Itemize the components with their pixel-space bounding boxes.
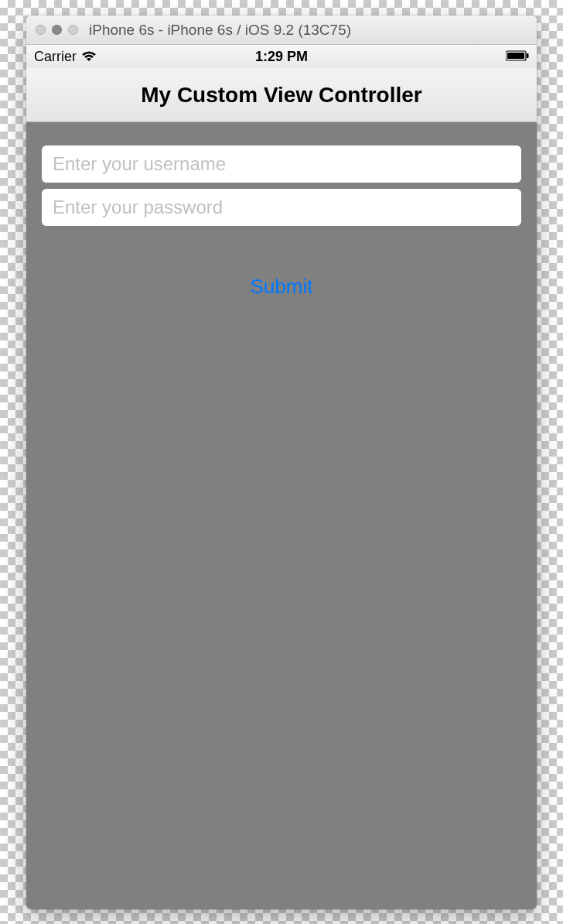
content-area: Submit	[26, 122, 537, 909]
status-right	[506, 49, 529, 65]
wifi-icon	[81, 51, 97, 62]
navigation-bar: My Custom View Controller	[26, 68, 537, 122]
status-time: 1:29 PM	[255, 49, 308, 65]
page-title: My Custom View Controller	[141, 83, 422, 108]
minimize-button[interactable]	[52, 25, 62, 35]
submit-button[interactable]: Submit	[251, 275, 313, 299]
password-input[interactable]	[42, 189, 521, 226]
window-title: iPhone 6s - iPhone 6s / iOS 9.2 (13C75)	[89, 22, 351, 39]
battery-icon	[506, 50, 529, 61]
traffic-lights	[36, 25, 78, 35]
maximize-button[interactable]	[68, 25, 78, 35]
username-input[interactable]	[42, 145, 521, 183]
simulator-window: iPhone 6s - iPhone 6s / iOS 9.2 (13C75) …	[26, 15, 537, 909]
svg-rect-2	[527, 53, 529, 58]
svg-rect-1	[507, 53, 524, 59]
status-left: Carrier	[34, 49, 97, 65]
window-titlebar: iPhone 6s - iPhone 6s / iOS 9.2 (13C75)	[26, 15, 537, 45]
carrier-label: Carrier	[34, 49, 77, 65]
close-button[interactable]	[36, 25, 46, 35]
status-bar: Carrier 1:29 PM	[26, 45, 537, 68]
